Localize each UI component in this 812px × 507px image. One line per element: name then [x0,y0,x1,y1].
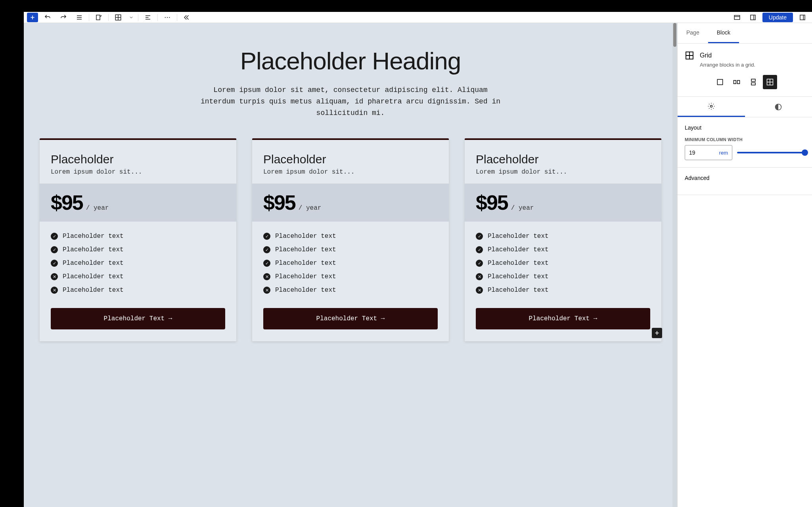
align-button[interactable] [142,13,154,22]
variation-group-button[interactable] [713,75,727,89]
card-price: $95 [476,191,508,214]
document-overview-button[interactable] [92,13,105,22]
svg-rect-13 [751,83,755,85]
editor-canvas[interactable]: Placeholder Heading Lorem ipsum dolor si… [24,23,677,507]
preview-button[interactable] [747,13,759,22]
feature-text: Placeholder text [63,273,124,280]
feature-row[interactable]: ✕Placeholder text [51,287,225,294]
feature-row[interactable]: ✓Placeholder text [263,233,438,240]
svg-point-3 [167,17,168,17]
card-price-row[interactable]: $95/ year [465,184,661,222]
layout-heading: Layout [685,124,805,131]
card-cta-button[interactable]: Placeholder Text → [51,308,225,329]
cross-icon: ✕ [51,273,58,280]
feature-row[interactable]: ✕Placeholder text [263,287,438,294]
grid-block-icon [685,51,694,60]
pricing-card[interactable]: PlaceholderLorem ipsum dolor sit...$95/ … [40,138,236,341]
toolbar-separator [138,14,138,21]
variation-grid-button[interactable] [763,75,777,89]
feature-row[interactable]: ✕Placeholder text [476,273,650,280]
variation-stack-button[interactable] [746,75,760,89]
feature-row[interactable]: ✓Placeholder text [476,233,650,240]
card-price-row[interactable]: $95/ year [252,184,449,222]
feature-row[interactable]: ✓Placeholder text [476,246,650,253]
slider-knob[interactable] [802,149,808,156]
feature-row[interactable]: ✓Placeholder text [51,233,225,240]
feature-row[interactable]: ✓Placeholder text [51,246,225,253]
feature-text: Placeholder text [488,233,549,240]
card-subtitle[interactable]: Lorem ipsum dolor sit... [263,168,438,176]
check-icon: ✓ [51,233,58,240]
block-name: Grid [700,52,712,59]
feature-text: Placeholder text [275,260,336,267]
feature-row[interactable]: ✓Placeholder text [263,246,438,253]
card-cta-button[interactable]: Placeholder Text → [263,308,438,329]
pricing-grid[interactable]: PlaceholderLorem ipsum dolor sit...$95/ … [40,138,661,341]
redo-button[interactable] [57,13,70,22]
pricing-card[interactable]: PlaceholderLorem ipsum dolor sit...$95/ … [465,138,661,341]
svg-point-4 [169,17,170,17]
settings-toggle-button[interactable] [796,13,809,22]
variation-row-button[interactable] [730,75,744,89]
feature-row[interactable]: ✕Placeholder text [476,287,650,294]
cross-icon: ✕ [476,287,483,294]
list-view-button[interactable] [73,13,86,22]
check-icon: ✓ [51,260,58,267]
card-title[interactable]: Placeholder [476,153,650,166]
feature-row[interactable]: ✓Placeholder text [263,260,438,267]
cross-icon: ✕ [263,273,270,280]
inspector-tabs [678,97,812,117]
styles-tab[interactable] [745,97,812,117]
svg-rect-0 [96,15,100,20]
feature-text: Placeholder text [63,260,124,267]
add-block-button[interactable] [27,13,38,22]
view-button[interactable] [731,13,743,22]
card-price-row[interactable]: $95/ year [40,184,236,222]
more-options-button[interactable] [161,13,174,22]
feature-text: Placeholder text [275,287,336,294]
block-info-panel: Grid Arrange blocks in a grid. [678,44,812,97]
feature-row[interactable]: ✓Placeholder text [51,260,225,267]
svg-rect-7 [800,15,805,20]
feature-row[interactable]: ✓Placeholder text [476,260,650,267]
update-button[interactable]: Update [762,13,793,22]
feature-row[interactable]: ✕Placeholder text [51,273,225,280]
scrollbar-thumb[interactable] [673,23,676,47]
unit-selector[interactable]: rem [719,150,728,156]
block-type-dropdown[interactable] [128,13,135,22]
editor-toolbar: Update [24,12,812,23]
tab-block[interactable]: Block [708,23,739,43]
undo-button[interactable] [41,13,54,22]
check-icon: ✓ [263,233,270,240]
add-block-inserter[interactable] [652,328,662,338]
card-subtitle[interactable]: Lorem ipsum dolor sit... [51,168,225,176]
tab-page[interactable]: Page [678,23,708,43]
card-period: / year [511,205,534,212]
settings-tab[interactable] [678,97,745,117]
card-period: / year [299,205,322,212]
feature-text: Placeholder text [275,246,336,253]
feature-text: Placeholder text [488,246,549,253]
svg-point-2 [165,17,166,17]
canvas-scrollbar[interactable] [672,23,677,507]
card-title[interactable]: Placeholder [51,153,225,166]
svg-rect-9 [717,79,722,84]
check-icon: ✓ [476,260,483,267]
feature-text: Placeholder text [63,287,124,294]
settings-sidebar: Page Block Grid Arrange blocks in a grid… [677,23,812,507]
card-cta-button[interactable]: Placeholder Text → [476,308,650,329]
card-subtitle[interactable]: Lorem ipsum dolor sit... [476,168,650,176]
feature-row[interactable]: ✕Placeholder text [263,273,438,280]
card-title[interactable]: Placeholder [263,153,438,166]
block-navigation-button[interactable] [180,13,193,22]
page-subheading[interactable]: Lorem ipsum dolor sit amet, consectetur … [200,84,501,119]
block-type-button[interactable] [112,13,124,22]
gear-icon [707,102,715,110]
pricing-card[interactable]: PlaceholderLorem ipsum dolor sit...$95/ … [252,138,449,341]
min-col-width-input[interactable] [689,149,709,156]
toolbar-separator [177,14,177,21]
card-price: $95 [263,191,295,214]
page-heading[interactable]: Placeholder Heading [40,47,661,75]
advanced-panel[interactable]: Advanced [678,168,812,195]
min-col-width-slider[interactable] [737,152,805,153]
